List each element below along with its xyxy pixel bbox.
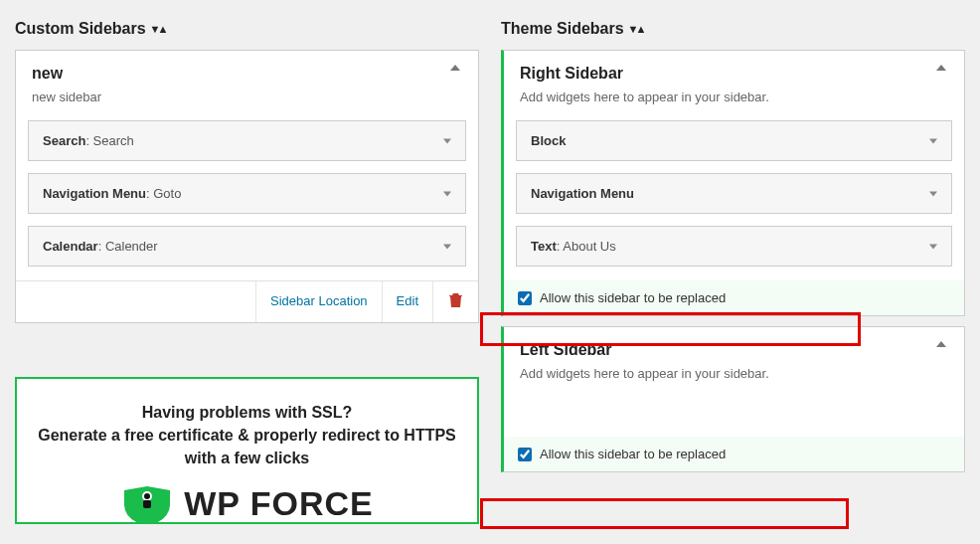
widget-name: Navigation Menu bbox=[43, 186, 146, 201]
collapse-icon[interactable] bbox=[936, 65, 946, 71]
widget-search[interactable]: Search: Search bbox=[28, 120, 466, 161]
allow-replace-checkbox[interactable] bbox=[518, 291, 532, 305]
theme-sidebars-title: Theme Sidebars bbox=[501, 20, 624, 38]
sidebar-location-link[interactable]: Sidebar Location bbox=[255, 281, 382, 322]
svg-point-0 bbox=[143, 492, 151, 500]
panel-header: Right Sidebar Add widgets here to appear… bbox=[504, 51, 964, 110]
chevron-down-icon bbox=[929, 138, 937, 143]
widget-sep: : bbox=[98, 239, 105, 254]
sort-icon[interactable]: ▼▲ bbox=[150, 23, 166, 35]
panel-header: Left Sidebar Add widgets here to appear … bbox=[504, 327, 964, 387]
custom-sidebars-heading: Custom Sidebars ▼▲ bbox=[15, 0, 479, 50]
widget-nav-menu[interactable]: Navigation Menu bbox=[516, 173, 952, 214]
allow-replace-label: Allow this sidebar to be replaced bbox=[540, 290, 726, 305]
allow-replace-label: Allow this sidebar to be replaced bbox=[540, 447, 726, 461]
right-sidebar-panel: Right Sidebar Add widgets here to appear… bbox=[501, 50, 965, 316]
collapse-icon[interactable] bbox=[450, 65, 460, 71]
promo-logo-text: WP FORCE bbox=[184, 486, 374, 522]
custom-sidebar-panel: new new sidebar Search: Search Navigatio… bbox=[15, 50, 479, 323]
panel-title: Right Sidebar bbox=[520, 65, 948, 83]
panel-title: Left Sidebar bbox=[520, 341, 948, 359]
panel-desc: Add widgets here to appear in your sideb… bbox=[520, 90, 948, 104]
promo-line2: Generate a free certificate & properly r… bbox=[37, 424, 457, 469]
left-sidebar-panel: Left Sidebar Add widgets here to appear … bbox=[501, 326, 965, 472]
delete-button[interactable] bbox=[432, 281, 478, 322]
allow-replace-row-left: Allow this sidebar to be replaced bbox=[504, 437, 964, 471]
chevron-down-icon bbox=[929, 244, 937, 249]
widget-value: Goto bbox=[153, 186, 181, 201]
edit-link[interactable]: Edit bbox=[382, 281, 432, 322]
widget-name: Block bbox=[531, 133, 566, 148]
shield-icon bbox=[120, 486, 174, 522]
panel-desc: Add widgets here to appear in your sideb… bbox=[520, 366, 948, 381]
widget-name: Search bbox=[43, 133, 85, 148]
widget-name: Navigation Menu bbox=[531, 186, 634, 201]
sort-icon[interactable]: ▼▲ bbox=[628, 23, 644, 35]
widget-list-empty bbox=[504, 387, 964, 437]
allow-replace-checkbox[interactable] bbox=[518, 448, 532, 461]
panel-title: new bbox=[32, 65, 462, 83]
promo-logo: WP FORCE bbox=[37, 486, 457, 522]
chevron-down-icon bbox=[443, 138, 451, 143]
widget-value: About Us bbox=[563, 239, 615, 254]
widget-text[interactable]: Text: About Us bbox=[516, 226, 952, 267]
widget-value: Calender bbox=[105, 239, 158, 254]
widget-list: Block Navigation Menu Text: About Us bbox=[504, 110, 964, 280]
promo-box: Having problems with SSL? Generate a fre… bbox=[15, 377, 479, 524]
chevron-down-icon bbox=[929, 191, 937, 196]
widget-value: Search bbox=[93, 133, 134, 148]
widget-list: Search: Search Navigation Menu: Goto Cal… bbox=[16, 110, 478, 280]
chevron-down-icon bbox=[443, 191, 451, 196]
allow-replace-row-right: Allow this sidebar to be replaced bbox=[504, 280, 964, 315]
promo-line1: Having problems with SSL? bbox=[37, 401, 457, 424]
widget-nav-menu[interactable]: Navigation Menu: Goto bbox=[28, 173, 466, 214]
trash-icon bbox=[449, 293, 462, 307]
svg-rect-1 bbox=[143, 500, 151, 508]
chevron-down-icon bbox=[443, 244, 451, 249]
widget-calendar[interactable]: Calendar: Calender bbox=[28, 226, 466, 267]
collapse-icon[interactable] bbox=[936, 341, 946, 347]
custom-sidebars-title: Custom Sidebars bbox=[15, 20, 146, 38]
widget-name: Calendar bbox=[43, 239, 98, 254]
widget-name: Text bbox=[531, 239, 557, 254]
widget-sep: : bbox=[85, 133, 92, 148]
panel-header: new new sidebar bbox=[16, 51, 478, 110]
widget-block[interactable]: Block bbox=[516, 120, 952, 161]
panel-actions: Sidebar Location Edit bbox=[16, 280, 478, 322]
theme-sidebars-heading: Theme Sidebars ▼▲ bbox=[501, 0, 965, 50]
panel-desc: new sidebar bbox=[32, 90, 462, 104]
